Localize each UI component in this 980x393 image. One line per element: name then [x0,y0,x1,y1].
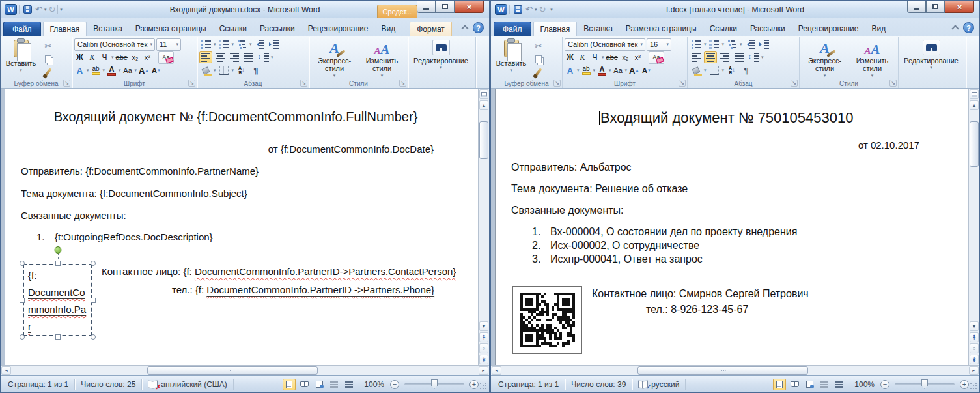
resize-handle-s[interactable] [55,334,61,340]
zoom-slider-thumb[interactable] [431,379,438,389]
cut-button[interactable] [530,40,547,52]
copy-button[interactable] [40,53,57,65]
tab-home[interactable]: Главная [43,22,87,36]
save-button[interactable] [21,3,33,16]
previous-page-icon[interactable]: ↟ [479,332,488,342]
zoom-slider-thumb[interactable] [921,379,928,389]
vscroll-thumb[interactable] [970,121,979,167]
paste-button[interactable]: Вставить [492,38,530,78]
numbering-button[interactable] [217,38,231,50]
browse-object-icon[interactable]: ○ [970,343,979,353]
superscript-button[interactable]: x² [632,51,643,63]
shrink-font-button[interactable] [150,65,161,76]
next-page-icon[interactable]: ↡ [970,355,979,364]
hscroll-thumb[interactable] [147,366,318,375]
fullscreen-reading-view-button[interactable] [298,379,311,390]
borders-button[interactable] [708,65,721,76]
word-count[interactable]: Число слов: 25 [75,379,142,390]
resize-grip[interactable] [480,383,488,390]
increase-indent-button[interactable] [268,38,281,50]
outline-view-button[interactable] [818,379,831,390]
close-button[interactable]: × [945,1,974,13]
font-color-button[interactable] [596,65,608,76]
customize-qat-icon[interactable] [550,7,553,12]
resize-handle-ne[interactable] [91,261,96,266]
zoom-in-button[interactable]: + [960,380,969,389]
language-indicator[interactable]: английский (США) [142,379,233,390]
paragraph-dialog-launcher[interactable] [791,80,798,87]
show-paragraph-marks-button[interactable] [249,65,262,76]
font-name-combo[interactable]: Calibri (Основной тек [74,38,155,51]
vscroll-track[interactable] [479,111,488,321]
help-icon[interactable]: ? [963,22,974,33]
font-name-combo[interactable]: Calibri (Основной тек [565,38,645,51]
qr-code[interactable] [512,286,582,354]
next-page-icon[interactable]: ↡ [479,355,488,364]
tab-review[interactable]: Рецензирование [792,22,865,36]
multilevel-list-button[interactable] [235,38,248,50]
resize-handle-e[interactable] [91,298,96,303]
word-logo-icon[interactable]: W [495,4,507,15]
tab-home[interactable]: Главная [533,22,578,36]
bold-button[interactable]: Ж [565,51,576,63]
scroll-right-icon[interactable]: ► [479,366,488,375]
tab-page-layout[interactable]: Разметка страницы [129,22,213,36]
word-count[interactable]: Число слов: 39 [565,379,632,390]
align-center-button[interactable] [214,51,227,63]
tab-file[interactable]: Файл [494,22,531,36]
tab-format-contextual[interactable]: Формат [410,22,452,36]
subscript-button[interactable]: x₂ [620,51,631,63]
paste-button[interactable]: Вставить [2,38,40,78]
textbox-content[interactable]: {f: DocumentCo mmonInfo.Par tnerID- >Par… [23,264,92,336]
clipboard-dialog-launcher[interactable] [553,80,561,87]
grow-font-button[interactable] [628,65,639,76]
tab-insert[interactable]: Вставка [87,22,129,36]
quick-styles-button[interactable]: Экспресс-стили [801,38,848,78]
align-left-button[interactable] [199,51,212,63]
shading-button[interactable] [690,65,703,76]
change-case-button[interactable] [613,65,624,76]
tab-view[interactable]: Вид [865,22,892,36]
zoom-slider[interactable] [895,383,955,385]
hscroll-thumb[interactable] [637,366,808,375]
resize-handle-sw[interactable] [20,334,25,340]
line-spacing-button[interactable] [747,51,760,63]
justify-button[interactable] [242,51,255,63]
align-right-button[interactable] [228,51,241,63]
browse-object-icon[interactable]: ○ [479,343,488,353]
bullets-button[interactable] [690,38,703,50]
customize-qat-icon[interactable] [60,7,63,12]
strikethrough-button[interactable]: abe [115,51,128,63]
document-page[interactable]: Входящий документ № {f:DocumentCommonInf… [5,89,479,365]
spellcheck-icon[interactable] [148,381,158,388]
undo-dropdown-icon[interactable] [535,7,537,12]
resize-handle-w[interactable] [20,298,25,303]
sort-button[interactable] [725,65,738,76]
line-spacing-button[interactable] [257,51,270,63]
language-indicator[interactable]: русский [632,379,686,390]
bold-button[interactable]: Ж [74,51,85,63]
spellcheck-icon[interactable] [638,381,648,388]
undo-dropdown-icon[interactable] [44,7,47,12]
multilevel-list-button[interactable] [725,38,738,50]
scroll-left-icon[interactable]: ◄ [492,366,501,375]
tab-mailings[interactable]: Рассылки [744,22,792,36]
align-left-button[interactable] [690,51,703,63]
ruler-toggle-button[interactable] [970,89,979,99]
font-size-combo[interactable]: 16 [647,38,671,51]
maximize-button[interactable] [436,1,455,13]
scroll-up-icon[interactable]: ▲ [970,100,979,110]
tab-references[interactable]: Ссылки [703,22,744,36]
show-paragraph-marks-button[interactable] [740,65,753,76]
draft-view-button[interactable] [833,379,846,390]
strikethrough-button[interactable]: abe [606,51,619,63]
minimize-button[interactable] [907,1,926,13]
decrease-indent-button[interactable] [253,38,266,50]
quick-styles-button[interactable]: Экспресс-стили [311,38,358,78]
underline-button[interactable]: Ч [589,51,600,63]
sort-button[interactable] [235,65,248,76]
change-styles-button[interactable]: Изменить стили [358,38,406,78]
page-indicator[interactable]: Страница: 1 из 1 [2,379,75,390]
word-logo-icon[interactable]: W [5,4,17,15]
tab-references[interactable]: Ссылки [213,22,253,36]
